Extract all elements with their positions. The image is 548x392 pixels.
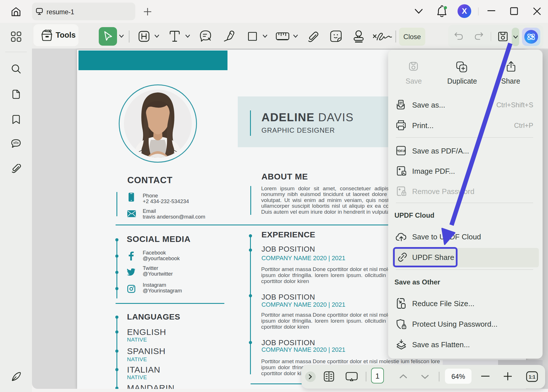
svg-text:PDF/A: PDF/A	[396, 149, 406, 153]
svg-text:1:1: 1:1	[529, 375, 535, 379]
